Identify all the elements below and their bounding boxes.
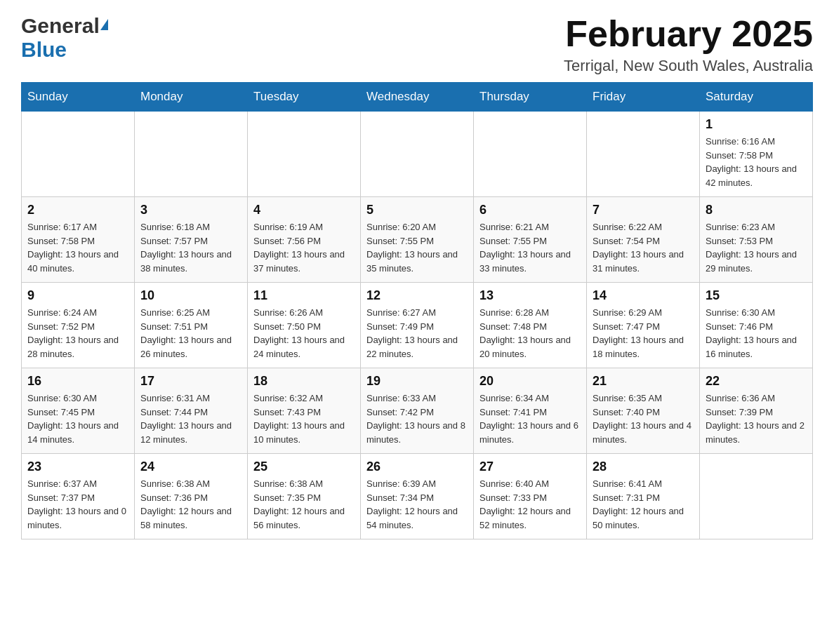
day-number: 3 — [140, 203, 241, 217]
day-info: Sunrise: 6:38 AM Sunset: 7:36 PM Dayligh… — [140, 477, 241, 532]
day-number: 15 — [706, 288, 807, 303]
calendar-cell-week3-day4: 13Sunrise: 6:28 AM Sunset: 7:48 PM Dayli… — [474, 283, 587, 368]
calendar-cell-week5-day2: 25Sunrise: 6:38 AM Sunset: 7:35 PM Dayli… — [248, 454, 361, 539]
day-number: 16 — [27, 374, 128, 389]
calendar-cell-week3-day6: 15Sunrise: 6:30 AM Sunset: 7:46 PM Dayli… — [700, 283, 813, 368]
logo-triangle-icon — [100, 19, 108, 30]
calendar-cell-week1-day2 — [248, 112, 361, 197]
day-number: 14 — [593, 288, 694, 303]
calendar-cell-week2-day0: 2Sunrise: 6:17 AM Sunset: 7:58 PM Daylig… — [22, 197, 135, 283]
week-row-2: 2Sunrise: 6:17 AM Sunset: 7:58 PM Daylig… — [22, 197, 813, 283]
day-info: Sunrise: 6:31 AM Sunset: 7:44 PM Dayligh… — [140, 391, 241, 446]
logo-blue-text: Blue — [21, 38, 67, 61]
calendar-cell-week4-day3: 19Sunrise: 6:33 AM Sunset: 7:42 PM Dayli… — [361, 368, 474, 454]
calendar-cell-week3-day0: 9Sunrise: 6:24 AM Sunset: 7:52 PM Daylig… — [22, 283, 135, 368]
day-number: 11 — [253, 288, 355, 303]
day-number: 20 — [479, 374, 581, 389]
day-number: 10 — [140, 288, 241, 303]
day-number: 8 — [706, 203, 807, 217]
day-info: Sunrise: 6:30 AM Sunset: 7:45 PM Dayligh… — [27, 391, 128, 446]
day-info: Sunrise: 6:29 AM Sunset: 7:47 PM Dayligh… — [593, 306, 694, 361]
week-row-5: 23Sunrise: 6:37 AM Sunset: 7:37 PM Dayli… — [22, 454, 813, 539]
calendar-cell-week4-day2: 18Sunrise: 6:32 AM Sunset: 7:43 PM Dayli… — [248, 368, 361, 454]
day-info: Sunrise: 6:21 AM Sunset: 7:55 PM Dayligh… — [479, 220, 581, 275]
calendar-cell-week2-day4: 6Sunrise: 6:21 AM Sunset: 7:55 PM Daylig… — [474, 197, 587, 283]
week-row-1: 1Sunrise: 6:16 AM Sunset: 7:58 PM Daylig… — [22, 112, 813, 197]
day-info: Sunrise: 6:36 AM Sunset: 7:39 PM Dayligh… — [706, 391, 807, 446]
day-number: 9 — [27, 288, 128, 303]
day-info: Sunrise: 6:41 AM Sunset: 7:31 PM Dayligh… — [593, 477, 694, 532]
day-number: 13 — [479, 288, 581, 303]
location-subtitle: Terrigal, New South Wales, Australia — [564, 57, 813, 75]
calendar-cell-week4-day1: 17Sunrise: 6:31 AM Sunset: 7:44 PM Dayli… — [135, 368, 248, 454]
header-thursday: Thursday — [474, 83, 587, 112]
calendar-cell-week5-day5: 28Sunrise: 6:41 AM Sunset: 7:31 PM Dayli… — [587, 454, 700, 539]
week-row-4: 16Sunrise: 6:30 AM Sunset: 7:45 PM Dayli… — [22, 368, 813, 454]
title-block: February 2025 Terrigal, New South Wales,… — [564, 14, 813, 75]
calendar-cell-week2-day6: 8Sunrise: 6:23 AM Sunset: 7:53 PM Daylig… — [700, 197, 813, 283]
day-number: 23 — [27, 459, 128, 474]
header-saturday: Saturday — [700, 83, 813, 112]
calendar-cell-week3-day5: 14Sunrise: 6:29 AM Sunset: 7:47 PM Dayli… — [587, 283, 700, 368]
calendar-cell-week1-day1 — [135, 112, 248, 197]
day-number: 21 — [593, 374, 694, 389]
header-tuesday: Tuesday — [248, 83, 361, 112]
calendar-cell-week1-day0 — [22, 112, 135, 197]
calendar-cell-week5-day3: 26Sunrise: 6:39 AM Sunset: 7:34 PM Dayli… — [361, 454, 474, 539]
calendar-cell-week5-day6 — [700, 454, 813, 539]
day-number: 28 — [593, 459, 694, 474]
page-header: General Blue February 2025 Terrigal, New… — [21, 14, 813, 75]
day-info: Sunrise: 6:39 AM Sunset: 7:34 PM Dayligh… — [366, 477, 468, 532]
day-info: Sunrise: 6:22 AM Sunset: 7:54 PM Dayligh… — [593, 220, 694, 275]
calendar-cell-week5-day1: 24Sunrise: 6:38 AM Sunset: 7:36 PM Dayli… — [135, 454, 248, 539]
calendar-cell-week4-day0: 16Sunrise: 6:30 AM Sunset: 7:45 PM Dayli… — [22, 368, 135, 454]
calendar-table: Sunday Monday Tuesday Wednesday Thursday… — [21, 82, 813, 539]
header-friday: Friday — [587, 83, 700, 112]
day-number: 27 — [479, 459, 581, 474]
header-monday: Monday — [135, 83, 248, 112]
day-number: 17 — [140, 374, 241, 389]
day-info: Sunrise: 6:37 AM Sunset: 7:37 PM Dayligh… — [27, 477, 128, 532]
calendar-cell-week1-day4 — [474, 112, 587, 197]
day-number: 2 — [27, 203, 128, 217]
weekday-header-row: Sunday Monday Tuesday Wednesday Thursday… — [22, 83, 813, 112]
calendar-cell-week1-day5 — [587, 112, 700, 197]
calendar-cell-week3-day3: 12Sunrise: 6:27 AM Sunset: 7:49 PM Dayli… — [361, 283, 474, 368]
day-number: 24 — [140, 459, 241, 474]
day-number: 25 — [253, 459, 355, 474]
day-info: Sunrise: 6:16 AM Sunset: 7:58 PM Dayligh… — [706, 135, 807, 189]
month-title: February 2025 — [564, 14, 813, 54]
day-info: Sunrise: 6:34 AM Sunset: 7:41 PM Dayligh… — [479, 391, 581, 446]
calendar-cell-week5-day4: 27Sunrise: 6:40 AM Sunset: 7:33 PM Dayli… — [474, 454, 587, 539]
calendar-cell-week2-day1: 3Sunrise: 6:18 AM Sunset: 7:57 PM Daylig… — [135, 197, 248, 283]
day-info: Sunrise: 6:20 AM Sunset: 7:55 PM Dayligh… — [366, 220, 468, 275]
calendar-cell-week1-day3 — [361, 112, 474, 197]
day-info: Sunrise: 6:23 AM Sunset: 7:53 PM Dayligh… — [706, 220, 807, 275]
calendar-cell-week4-day6: 22Sunrise: 6:36 AM Sunset: 7:39 PM Dayli… — [700, 368, 813, 454]
day-info: Sunrise: 6:25 AM Sunset: 7:51 PM Dayligh… — [140, 306, 241, 361]
calendar-cell-week2-day2: 4Sunrise: 6:19 AM Sunset: 7:56 PM Daylig… — [248, 197, 361, 283]
calendar-cell-week2-day5: 7Sunrise: 6:22 AM Sunset: 7:54 PM Daylig… — [587, 197, 700, 283]
day-info: Sunrise: 6:19 AM Sunset: 7:56 PM Dayligh… — [253, 220, 355, 275]
calendar-cell-week5-day0: 23Sunrise: 6:37 AM Sunset: 7:37 PM Dayli… — [22, 454, 135, 539]
calendar-cell-week4-day5: 21Sunrise: 6:35 AM Sunset: 7:40 PM Dayli… — [587, 368, 700, 454]
day-number: 12 — [366, 288, 468, 303]
day-info: Sunrise: 6:28 AM Sunset: 7:48 PM Dayligh… — [479, 306, 581, 361]
day-info: Sunrise: 6:17 AM Sunset: 7:58 PM Dayligh… — [27, 220, 128, 275]
day-info: Sunrise: 6:30 AM Sunset: 7:46 PM Dayligh… — [706, 306, 807, 361]
day-number: 4 — [253, 203, 355, 217]
day-number: 5 — [366, 203, 468, 217]
day-number: 19 — [366, 374, 468, 389]
day-info: Sunrise: 6:38 AM Sunset: 7:35 PM Dayligh… — [253, 477, 355, 532]
calendar-cell-week3-day2: 11Sunrise: 6:26 AM Sunset: 7:50 PM Dayli… — [248, 283, 361, 368]
day-number: 18 — [253, 374, 355, 389]
calendar-cell-week4-day4: 20Sunrise: 6:34 AM Sunset: 7:41 PM Dayli… — [474, 368, 587, 454]
day-info: Sunrise: 6:35 AM Sunset: 7:40 PM Dayligh… — [593, 391, 694, 446]
logo-general-text: General — [21, 14, 100, 38]
day-number: 7 — [593, 203, 694, 217]
day-number: 1 — [706, 117, 807, 132]
day-info: Sunrise: 6:40 AM Sunset: 7:33 PM Dayligh… — [479, 477, 581, 532]
day-number: 6 — [479, 203, 581, 217]
week-row-3: 9Sunrise: 6:24 AM Sunset: 7:52 PM Daylig… — [22, 283, 813, 368]
header-sunday: Sunday — [22, 83, 135, 112]
